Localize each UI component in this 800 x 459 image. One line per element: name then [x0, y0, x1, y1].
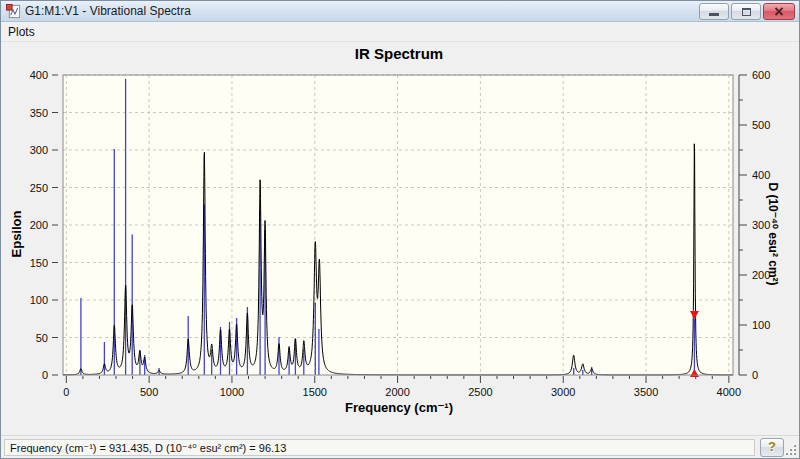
svg-text:600: 600 — [752, 69, 770, 81]
status-bar: Frequency (cm⁻¹) = 931.435, D (10⁻⁴⁰ esu… — [1, 435, 799, 458]
window-controls — [699, 3, 795, 20]
spectrum-window-icon[interactable] — [6, 4, 21, 19]
minimize-icon — [709, 13, 719, 16]
chart-title: IR Spectrum — [1, 45, 797, 62]
svg-text:500: 500 — [140, 386, 158, 398]
maximize-button[interactable] — [731, 3, 761, 20]
maximize-icon — [742, 8, 751, 16]
right-axis-title: D (10⁻⁴⁰ esu² cm²) — [766, 182, 780, 285]
vibrational-spectra-window: G1:M1:V1 - Vibrational Spectra Plots 050… — [0, 0, 800, 459]
left-axis-ticks: 050100150200250300350400 — [30, 69, 58, 381]
svg-text:400: 400 — [30, 69, 48, 81]
svg-text:350: 350 — [30, 107, 48, 119]
chart-panel: 0500100015002000250030003500400005010015… — [1, 42, 799, 435]
svg-text:2500: 2500 — [468, 386, 492, 398]
svg-text:0: 0 — [42, 369, 48, 381]
svg-text:1500: 1500 — [303, 386, 327, 398]
x-axis-title: Frequency (cm⁻¹) — [1, 400, 797, 415]
svg-text:0: 0 — [63, 386, 69, 398]
resize-grip[interactable] — [785, 444, 797, 456]
menu-bar: Plots — [1, 22, 799, 42]
svg-text:2000: 2000 — [385, 386, 409, 398]
left-axis-title: Epsilon — [9, 211, 24, 258]
svg-text:400: 400 — [752, 169, 770, 181]
svg-text:3500: 3500 — [634, 386, 658, 398]
svg-text:50: 50 — [36, 332, 48, 344]
svg-text:1000: 1000 — [220, 386, 244, 398]
menu-item-plots[interactable]: Plots — [1, 23, 42, 41]
svg-text:0: 0 — [752, 369, 758, 381]
status-readout: Frequency (cm⁻¹) = 931.435, D (10⁻⁴⁰ esu… — [4, 439, 755, 456]
svg-text:4000: 4000 — [717, 386, 741, 398]
svg-text:150: 150 — [30, 257, 48, 269]
spectrum-plot[interactable]: 0500100015002000250030003500400005010015… — [1, 42, 799, 435]
title-bar[interactable]: G1:M1:V1 - Vibrational Spectra — [1, 1, 799, 22]
close-button[interactable] — [763, 3, 795, 20]
x-axis-ticks: 05001000150020002500300035004000 — [63, 376, 741, 398]
svg-text:100: 100 — [30, 294, 48, 306]
svg-text:300: 300 — [30, 144, 48, 156]
svg-text:250: 250 — [30, 182, 48, 194]
minimize-button[interactable] — [699, 3, 729, 20]
svg-text:200: 200 — [30, 219, 48, 231]
close-icon — [774, 7, 784, 16]
svg-text:500: 500 — [752, 119, 770, 131]
help-button[interactable]: ? — [760, 438, 784, 457]
window-title: G1:M1:V1 - Vibrational Spectra — [25, 1, 191, 21]
svg-text:3000: 3000 — [551, 386, 575, 398]
svg-text:100: 100 — [752, 319, 770, 331]
